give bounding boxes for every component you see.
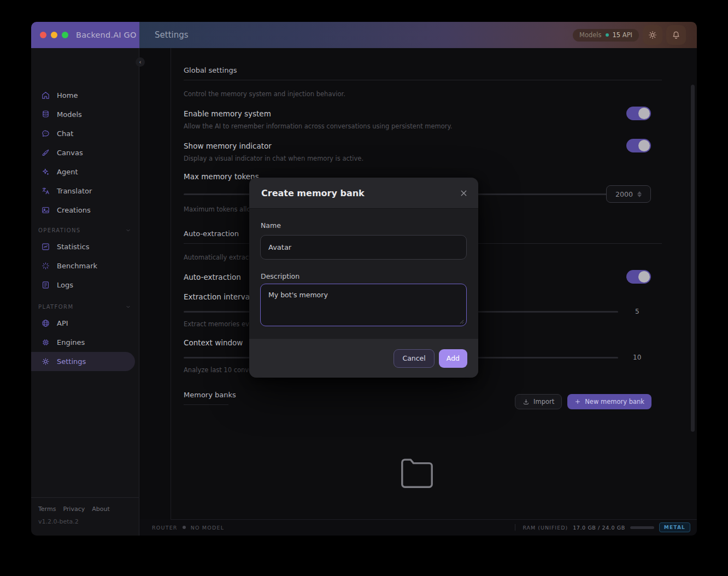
show-indicator-label: Show memory indicator [184, 142, 272, 150]
new-memory-bank-label: New memory bank [585, 398, 644, 405]
sidebar-item-chat[interactable]: Chat [31, 124, 135, 143]
sidebar-item-label: Models [57, 110, 82, 119]
description-text: My bot's memory [268, 291, 328, 299]
add-button-label: Add [447, 354, 460, 362]
ram-value: 17.0 GB / 24.0 GB [573, 525, 625, 531]
show-indicator-desc: Display a visual indicator in chat when … [184, 155, 363, 162]
chevron-left-icon: ‹ [139, 58, 141, 66]
modal-footer: Cancel Add [249, 339, 478, 378]
extraction-interval-label: Extraction interval [184, 292, 252, 301]
max-tokens-label: Max memory tokens [184, 172, 259, 181]
description-textarea[interactable]: My bot's memory [260, 284, 467, 326]
plus-icon [574, 398, 581, 405]
context-window-label: Context window [184, 338, 243, 347]
scrollbar[interactable] [691, 85, 695, 432]
globe-icon [41, 319, 50, 328]
sidebar-item-label: API [57, 319, 68, 327]
image-icon [41, 205, 50, 215]
modal-header: Create memory bank [249, 178, 478, 209]
app-window: Backend.AI GO Settings Models 15 API [31, 22, 697, 536]
toggle-knob [638, 108, 650, 119]
sidebar-item-api[interactable]: API [31, 314, 135, 333]
sidebar-footer: Terms Privacy About v1.2.0-beta.2 [31, 497, 139, 536]
window-controls [40, 32, 68, 38]
sidebar-item-translator[interactable]: Translator [31, 181, 135, 201]
sidebar-item-canvas[interactable]: Canvas [31, 143, 135, 162]
sidebar-item-label: Statistics [57, 243, 89, 251]
version-label: v1.2.0-beta.2 [38, 518, 139, 525]
sidebar-item-home[interactable]: Home [31, 86, 135, 105]
section-title-auto-extraction: Auto-extraction [184, 230, 239, 238]
models-count: 15 [613, 31, 621, 39]
toggle-knob [638, 140, 650, 151]
enable-memory-toggle[interactable] [626, 107, 651, 120]
chevron-down-icon [125, 304, 131, 310]
sidebar-item-logs[interactable]: Logs [31, 275, 135, 295]
auto-extraction-label: Auto-extraction [184, 273, 241, 281]
show-indicator-toggle[interactable] [626, 139, 651, 152]
sidebar-item-label: Home [57, 91, 78, 99]
sidebar-item-label: Canvas [57, 149, 83, 157]
section-label: PLATFORM [38, 304, 73, 310]
name-input[interactable] [260, 235, 467, 260]
import-button-label: Import [533, 398, 554, 405]
privacy-link[interactable]: Privacy [63, 506, 85, 513]
models-status-pill[interactable]: Models 15 API [573, 29, 639, 42]
max-tokens-input[interactable]: 2000 [606, 185, 651, 203]
sidebar-item-models[interactable]: Models [31, 105, 135, 124]
cancel-button-label: Cancel [402, 354, 425, 362]
about-link[interactable]: About [92, 506, 110, 513]
theme-toggle-button[interactable] [643, 25, 662, 45]
terms-link[interactable]: Terms [38, 506, 56, 513]
sidebar-item-engines[interactable]: Engines [31, 333, 135, 352]
sidebar-collapse-button[interactable]: ‹ [136, 57, 145, 67]
gear-icon [41, 357, 50, 366]
home-icon [41, 91, 50, 100]
sidebar-item-creations[interactable]: Creations [31, 201, 135, 220]
cancel-button[interactable]: Cancel [394, 349, 434, 368]
auto-extraction-toggle[interactable] [626, 270, 651, 284]
sidebar-section-platform[interactable]: PLATFORM [38, 303, 131, 310]
description-field-label: Description [261, 272, 300, 280]
sidebar-item-label: Settings [57, 357, 86, 366]
minimize-window-button[interactable] [51, 32, 57, 38]
modal-title: Create memory bank [261, 188, 365, 198]
modal-close-button[interactable] [459, 189, 468, 198]
sidebar-item-benchmark[interactable]: Benchmark [31, 256, 135, 275]
sidebar-item-agent[interactable]: Agent [31, 162, 135, 181]
ram-label: RAM (UNIFIED) [522, 525, 568, 531]
ram-usage-bar [630, 526, 654, 529]
sidebar-item-label: Creations [57, 206, 91, 214]
create-memory-bank-modal: Create memory bank Name Description My b… [249, 178, 478, 378]
page-title: Settings [155, 30, 189, 40]
context-window-value: 10 [633, 354, 641, 361]
section-title-global: Global settings [184, 66, 237, 74]
new-memory-bank-button[interactable]: New memory bank [567, 394, 651, 409]
maximize-window-button[interactable] [62, 32, 68, 38]
import-button[interactable]: Import [515, 394, 562, 409]
max-tokens-value: 2000 [615, 190, 633, 198]
statusbar-divider [515, 524, 515, 531]
stepper-arrows-icon[interactable] [637, 191, 642, 197]
resize-grip-icon[interactable] [459, 319, 464, 324]
close-window-button[interactable] [40, 32, 46, 38]
name-field-label: Name [261, 221, 281, 230]
enable-memory-desc: Allow the AI to remember information acr… [184, 122, 452, 130]
model-status-label: NO MODEL [191, 525, 225, 531]
notifications-button[interactable] [666, 25, 686, 45]
titlebar-right: Settings Models 15 API [139, 22, 697, 48]
enable-memory-label: Enable memory system [184, 109, 271, 118]
status-dot-icon [606, 33, 609, 37]
toggle-knob [638, 271, 650, 283]
sidebar-item-settings[interactable]: Settings [31, 352, 135, 371]
translate-icon [41, 186, 50, 196]
sparkle-icon [41, 167, 50, 177]
global-settings-desc: Control the memory system and injection … [184, 90, 345, 98]
add-button[interactable]: Add [439, 349, 467, 368]
bell-icon [671, 30, 681, 40]
titlebar-left: Backend.AI GO [31, 22, 139, 48]
sidebar-section-operations[interactable]: OPERATIONS [38, 226, 131, 234]
sidebar-item-statistics[interactable]: Statistics [31, 237, 135, 256]
extraction-interval-value: 5 [635, 308, 639, 315]
close-icon [459, 189, 468, 198]
